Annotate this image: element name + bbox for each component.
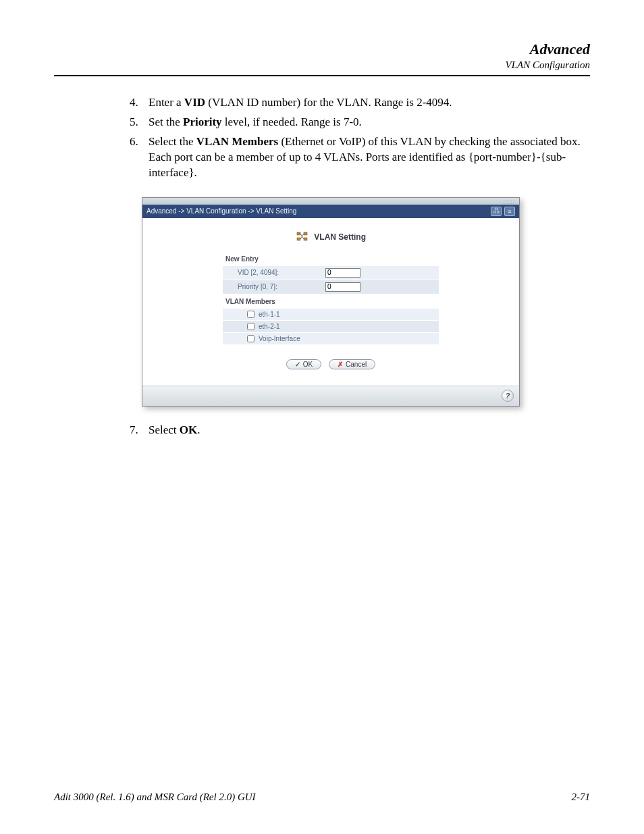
- page-section-subtitle: VLAN Configuration: [54, 59, 590, 71]
- step-6: 6. Select the VLAN Members (Ethernet or …: [130, 134, 583, 181]
- step-number: 7.: [130, 423, 149, 438]
- member-row-eth-2-1: eth-2-1: [223, 320, 439, 332]
- priority-label: Priority [0, 7]:: [238, 283, 325, 290]
- network-icon: [296, 232, 309, 241]
- vid-label: VID [2, 4094]:: [238, 269, 325, 276]
- panel-footer: ?: [142, 386, 519, 406]
- x-icon: ✗: [338, 361, 343, 368]
- step-number: 4.: [130, 95, 149, 111]
- vid-input[interactable]: [325, 268, 360, 278]
- header-rule: [54, 75, 590, 76]
- member-checkbox[interactable]: [247, 335, 254, 342]
- member-label: Voip-Interface: [259, 335, 300, 342]
- window-titlebar: :::::: [142, 198, 519, 205]
- vid-row: VID [2, 4094]:: [223, 265, 439, 280]
- svg-rect-1: [304, 232, 307, 235]
- footer-page-number: 2-71: [572, 791, 591, 803]
- vlan-setting-screenshot: ::::: Advanced -> VLAN Configuration -> …: [142, 197, 520, 407]
- member-row-eth-1-1: eth-1-1: [223, 308, 439, 320]
- step-5: 5. Set the Priority level, if needed. Ra…: [130, 115, 583, 130]
- step-number: 5.: [130, 115, 149, 130]
- list-icon[interactable]: ≡: [504, 207, 515, 216]
- svg-rect-2: [297, 238, 300, 240]
- breadcrumb-bar: Advanced -> VLAN Configuration -> VLAN S…: [142, 205, 519, 218]
- page-section-title: Advanced: [54, 41, 590, 58]
- svg-rect-3: [304, 238, 307, 240]
- priority-row: Priority [0, 7]:: [223, 280, 439, 294]
- sitemap-icon[interactable]: 品: [491, 207, 502, 216]
- new-entry-group-label: New Entry: [223, 251, 439, 265]
- member-checkbox[interactable]: [247, 323, 254, 330]
- member-checkbox[interactable]: [247, 311, 254, 318]
- cancel-button[interactable]: ✗ Cancel: [329, 359, 375, 369]
- vlan-members-group-label: VLAN Members: [223, 294, 439, 308]
- step-4: 4. Enter a VID (VLAN ID number) for the …: [130, 95, 583, 111]
- step-7: 7. Select OK.: [130, 423, 583, 438]
- member-label: eth-1-1: [259, 311, 280, 318]
- member-label: eth-2-1: [259, 323, 280, 330]
- window-grips-icon: :::::: [503, 199, 515, 205]
- member-row-voip: Voip-Interface: [223, 332, 439, 344]
- step-text: Enter a VID (VLAN ID number) for the VLA…: [149, 95, 583, 111]
- footer-left: Adit 3000 (Rel. 1.6) and MSR Card (Rel 2…: [54, 791, 256, 803]
- svg-rect-0: [297, 232, 300, 235]
- ok-button[interactable]: ✓ OK: [286, 359, 321, 369]
- help-icon[interactable]: ?: [502, 390, 514, 402]
- check-icon: ✓: [295, 361, 300, 368]
- step-text: Select the VLAN Members (Ethernet or VoI…: [149, 134, 583, 181]
- step-text: Set the Priority level, if needed. Range…: [149, 115, 583, 130]
- priority-input[interactable]: [325, 282, 360, 292]
- breadcrumb-text: Advanced -> VLAN Configuration -> VLAN S…: [146, 207, 296, 215]
- step-text: Select OK.: [149, 423, 583, 438]
- instruction-list: 4. Enter a VID (VLAN ID number) for the …: [130, 95, 583, 181]
- panel-title: VLAN Setting: [149, 232, 512, 242]
- step-number: 6.: [130, 134, 149, 181]
